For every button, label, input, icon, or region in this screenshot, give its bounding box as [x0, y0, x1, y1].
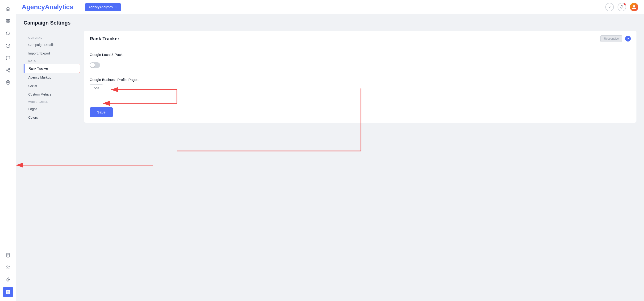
page-title: Campaign Settings [24, 20, 636, 26]
header-right: ? [605, 3, 638, 11]
nav-item-rank-tracker[interactable]: Rank Tracker [24, 64, 80, 73]
page-content: Campaign Settings GENERAL Campaign Detai… [16, 14, 644, 301]
nav-item-campaign-details[interactable]: Campaign Details [24, 40, 80, 49]
user-avatar-icon [632, 5, 636, 10]
save-button[interactable]: Save [90, 107, 113, 117]
avatar[interactable] [630, 3, 638, 11]
sidebar-item-reports[interactable] [3, 250, 13, 260]
card-body: Google Local 3-Pack Google Business Prof… [84, 47, 636, 102]
svg-point-8 [8, 71, 10, 72]
svg-point-18 [7, 292, 8, 293]
svg-point-4 [6, 32, 9, 35]
bell-icon [620, 5, 624, 9]
settings-main: Rank Tracker Responsive ? Google Local 3… [80, 31, 636, 126]
sidebar-item-location[interactable] [3, 77, 13, 88]
svg-rect-3 [8, 22, 10, 23]
google-business-profile-label: Google Business Profile Pages [90, 78, 631, 82]
svg-point-11 [7, 82, 8, 83]
sidebar-item-users[interactable] [3, 262, 13, 273]
sidebar-item-search[interactable] [3, 28, 13, 39]
settings-nav: GENERAL Campaign Details Import / Export… [24, 31, 80, 126]
sidebar-item-analytics[interactable] [3, 40, 13, 51]
sidebar-item-integrations[interactable] [3, 274, 13, 285]
nav-item-custom-metrics[interactable]: Custom Metrics [24, 90, 80, 98]
sidebar-item-grid[interactable] [3, 16, 13, 26]
google-business-profile-section: Google Business Profile Pages Add [90, 78, 631, 91]
help-icon[interactable]: ? [625, 36, 631, 42]
svg-line-5 [9, 34, 10, 36]
svg-point-6 [8, 68, 10, 70]
save-section: Save [84, 102, 636, 123]
main-wrapper: AgencyAnalytics AgencyAnalytics ? Campai… [16, 0, 644, 301]
sidebar-item-home[interactable] [3, 4, 13, 14]
nav-item-import-export[interactable]: Import / Export [24, 49, 80, 58]
notifications-button[interactable] [618, 3, 626, 11]
svg-point-16 [6, 266, 8, 268]
add-button[interactable]: Add [90, 84, 103, 91]
nav-section-white-label: WHITE LABEL [24, 98, 80, 105]
svg-rect-1 [8, 20, 10, 21]
help-button[interactable]: ? [605, 3, 614, 11]
rank-tracker-card: Rank Tracker Responsive ? Google Local 3… [84, 31, 636, 123]
top-header: AgencyAnalytics AgencyAnalytics ? [16, 0, 644, 14]
svg-point-7 [6, 70, 7, 71]
logo: AgencyAnalytics [22, 3, 73, 11]
svg-rect-2 [6, 22, 8, 23]
nav-item-goals[interactable]: Goals [24, 82, 80, 90]
google-local-3pack-section: Google Local 3-Pack [90, 52, 631, 73]
sidebar-item-social[interactable] [3, 65, 13, 76]
google-local-3pack-label: Google Local 3-Pack [90, 52, 631, 56]
svg-line-10 [7, 69, 9, 70]
nav-item-logos[interactable]: Logos [24, 105, 80, 113]
icon-sidebar [0, 0, 16, 301]
logo-text1: Agency [22, 3, 45, 10]
google-local-3pack-toggle[interactable] [90, 62, 100, 68]
nav-item-agency-markup[interactable]: Agency Markup [24, 73, 80, 82]
sidebar-item-chat[interactable] [3, 53, 13, 63]
logo-text2: Analytics [45, 3, 73, 10]
logo-divider [79, 3, 79, 11]
agency-selector-button[interactable]: AgencyAnalytics [85, 3, 121, 11]
card-header: Rank Tracker Responsive ? [84, 31, 636, 47]
svg-marker-17 [6, 278, 10, 282]
svg-rect-0 [6, 20, 8, 21]
sidebar-item-settings[interactable] [3, 287, 13, 297]
svg-line-9 [7, 70, 9, 71]
nav-section-general: GENERAL [24, 34, 80, 40]
responsive-button[interactable]: Responsive [600, 36, 622, 42]
nav-section-data: DATA [24, 58, 80, 64]
card-title: Rank Tracker [90, 36, 119, 42]
nav-item-colors[interactable]: Colors [24, 113, 80, 122]
settings-layout: GENERAL Campaign Details Import / Export… [24, 31, 636, 126]
chevron-down-icon [115, 6, 118, 8]
